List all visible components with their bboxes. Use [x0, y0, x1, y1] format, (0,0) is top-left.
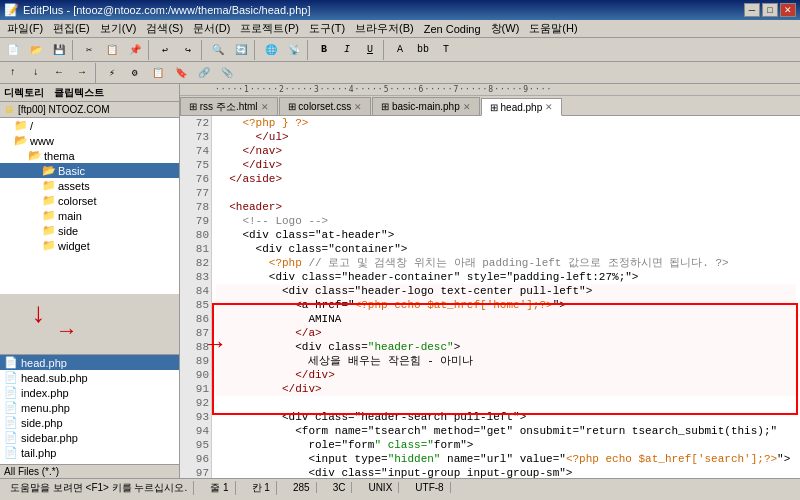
- toolbar-separator-2: [148, 40, 152, 60]
- tree-assets[interactable]: 📁 assets: [0, 178, 179, 193]
- line-number: 89: [182, 354, 209, 368]
- tree-basic[interactable]: 📂 Basic: [0, 163, 179, 178]
- bold-button[interactable]: B: [313, 40, 335, 60]
- replace-button[interactable]: 🔄: [230, 40, 252, 60]
- line-number: 77: [182, 186, 209, 200]
- menu-document[interactable]: 문서(D): [188, 20, 235, 37]
- ftp-button[interactable]: 📡: [283, 40, 305, 60]
- file-item-headsub[interactable]: 📄 head.sub.php: [0, 370, 179, 385]
- tree-thema[interactable]: 📂 thema: [0, 148, 179, 163]
- code-line: </div>: [216, 368, 796, 382]
- copy-button[interactable]: 📋: [101, 40, 123, 60]
- tab-rss[interactable]: ⊞ rss 주소.html ✕: [180, 97, 278, 115]
- tb2-btn10[interactable]: 📎: [216, 63, 238, 83]
- menu-file[interactable]: 파일(F): [2, 20, 48, 37]
- tab-basicmain[interactable]: ⊞ basic-main.php ✕: [372, 97, 480, 115]
- tree-www-label: www: [30, 135, 54, 147]
- menu-window[interactable]: 창(W): [486, 20, 525, 37]
- file-item-menu[interactable]: 📄 menu.php: [0, 400, 179, 415]
- menu-search[interactable]: 검색(S): [141, 20, 188, 37]
- code-area[interactable]: 7273747576777879808182838485868788899091…: [180, 116, 800, 478]
- toolbar-separator-6: [383, 40, 387, 60]
- browser-button[interactable]: 🌐: [260, 40, 282, 60]
- tab-head[interactable]: ⊞ head.php ✕: [481, 98, 563, 116]
- menu-bar: 파일(F) 편집(E) 보기(V) 검색(S) 문서(D) 프로젝트(P) 도구…: [0, 20, 800, 38]
- folder-icon-colorset: 📁: [42, 194, 56, 207]
- find-button[interactable]: 🔍: [207, 40, 229, 60]
- tab-close-head[interactable]: ✕: [545, 102, 553, 112]
- tree-main[interactable]: 📁 main: [0, 208, 179, 223]
- code-wrapper: 7273747576777879808182838485868788899091…: [180, 116, 800, 478]
- tb-extra2[interactable]: bb: [412, 40, 434, 60]
- tree-www[interactable]: 📂 www: [0, 133, 179, 148]
- sidebar-label-clip[interactable]: 클립텍스트: [54, 86, 104, 100]
- save-button[interactable]: 💾: [48, 40, 70, 60]
- file-item-side[interactable]: 📄 side.php: [0, 415, 179, 430]
- tree-colorset[interactable]: 📁 colorset: [0, 193, 179, 208]
- close-button[interactable]: ✕: [780, 3, 796, 17]
- code-line: role="form" class="form">: [216, 438, 796, 452]
- app-icon: 📝: [4, 3, 19, 17]
- tb-extra1[interactable]: A: [389, 40, 411, 60]
- file-item-sidebar[interactable]: 📄 sidebar.php: [0, 430, 179, 445]
- menu-view[interactable]: 보기(V): [95, 20, 142, 37]
- tb2-btn6[interactable]: ⚙: [124, 63, 146, 83]
- tb2-btn5[interactable]: ⚡: [101, 63, 123, 83]
- line-numbers: 7273747576777879808182838485868788899091…: [180, 116, 212, 478]
- tb-extra3[interactable]: T: [435, 40, 457, 60]
- menu-zen-coding[interactable]: Zen Coding: [419, 22, 486, 36]
- menu-help[interactable]: 도움말(H): [524, 20, 582, 37]
- tb2-btn2[interactable]: ↓: [25, 63, 47, 83]
- tree-widget[interactable]: 📁 widget: [0, 238, 179, 253]
- tree-thema-label: thema: [44, 150, 75, 162]
- tb2-btn7[interactable]: 📋: [147, 63, 169, 83]
- menu-project[interactable]: 프로젝트(P): [235, 20, 304, 37]
- menu-browser[interactable]: 브라우저(B): [350, 20, 419, 37]
- code-line: </aside>: [216, 172, 796, 186]
- cut-button[interactable]: ✂: [78, 40, 100, 60]
- file-list[interactable]: 📄 head.php 📄 head.sub.php 📄 index.php 📄 …: [0, 354, 179, 464]
- underline-button[interactable]: U: [359, 40, 381, 60]
- undo-button[interactable]: ↩: [154, 40, 176, 60]
- tree-side-label: side: [58, 225, 78, 237]
- tb2-btn9[interactable]: 🔗: [193, 63, 215, 83]
- code-content[interactable]: <?php } ?> </ul> </nav> </div> </aside> …: [212, 116, 800, 478]
- tree-basic-label: Basic: [58, 165, 85, 177]
- file-item-head[interactable]: 📄 head.php: [0, 355, 179, 370]
- menu-edit[interactable]: 편집(E): [48, 20, 95, 37]
- tb2-btn3[interactable]: ←: [48, 63, 70, 83]
- server-label[interactable]: [ftp00] NTOOZ.COM: [18, 104, 110, 115]
- redo-button[interactable]: ↪: [177, 40, 199, 60]
- file-icon-index: 📄: [4, 386, 18, 399]
- folder-icon-widget: 📁: [42, 239, 56, 252]
- tab-close-rss[interactable]: ✕: [261, 102, 269, 112]
- code-line: 세상을 배우는 작은힘 - 아미나: [216, 354, 796, 368]
- minimize-button[interactable]: ─: [744, 3, 760, 17]
- tree-root[interactable]: 📁 /: [0, 118, 179, 133]
- code-line: </a>: [216, 326, 796, 340]
- tree-assets-label: assets: [58, 180, 90, 192]
- tab-colorset[interactable]: ⊞ colorset.css ✕: [279, 97, 372, 115]
- line-number: 84: [182, 284, 209, 298]
- tb2-btn4[interactable]: →: [71, 63, 93, 83]
- file-tree[interactable]: 📁 / 📂 www 📂 thema 📂 Basic 📁 assets 📁: [0, 118, 179, 294]
- tab-close-basicmain[interactable]: ✕: [463, 102, 471, 112]
- file-item-index[interactable]: 📄 index.php: [0, 385, 179, 400]
- open-button[interactable]: 📂: [25, 40, 47, 60]
- italic-button[interactable]: I: [336, 40, 358, 60]
- file-label-head: head.php: [21, 357, 67, 369]
- tb2-btn8[interactable]: 🔖: [170, 63, 192, 83]
- code-line: <div class="input-group input-group-sm">: [216, 466, 796, 478]
- tab-close-colorset[interactable]: ✕: [354, 102, 362, 112]
- file-item-tail[interactable]: 📄 tail.php: [0, 445, 179, 460]
- code-line: <a href="<?php echo $at_href['home'];?>"…: [216, 298, 796, 312]
- tb2-btn1[interactable]: ↑: [2, 63, 24, 83]
- menu-tools[interactable]: 도구(T): [304, 20, 350, 37]
- line-number: 92: [182, 396, 209, 410]
- tab-label-rss: ⊞ rss 주소.html: [189, 100, 258, 114]
- maximize-button[interactable]: □: [762, 3, 778, 17]
- new-button[interactable]: 📄: [2, 40, 24, 60]
- paste-button[interactable]: 📌: [124, 40, 146, 60]
- sidebar-label-directory[interactable]: 디렉토리: [4, 86, 44, 100]
- tree-side[interactable]: 📁 side: [0, 223, 179, 238]
